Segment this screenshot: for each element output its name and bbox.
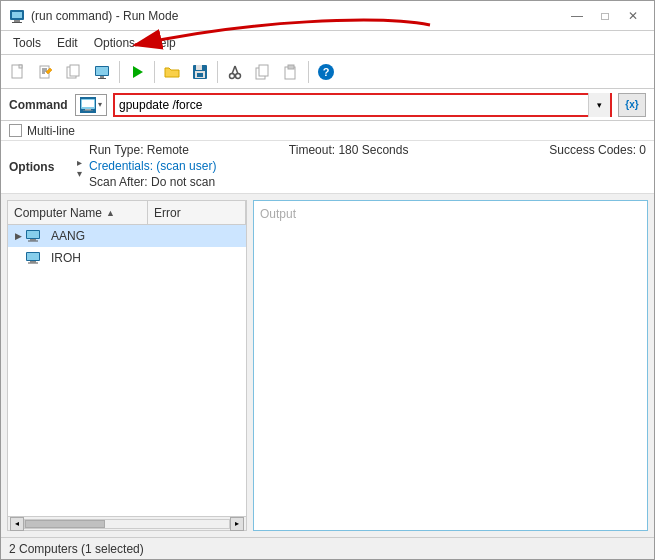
col-header-error[interactable]: Error <box>148 201 246 224</box>
svg-rect-1 <box>12 12 22 18</box>
command-func-button[interactable]: {x} <box>618 93 646 117</box>
run-button[interactable] <box>124 59 150 85</box>
main-window: (run command) - Run Mode — □ ✕ Tools Edi… <box>0 0 655 560</box>
multiline-label: Multi-line <box>27 124 75 138</box>
monitor-button[interactable] <box>89 59 115 85</box>
scroll-left-button[interactable]: ◂ <box>10 517 24 531</box>
close-button[interactable]: ✕ <box>620 6 646 26</box>
toolbar-sep-3 <box>217 61 218 83</box>
monitor-small-icon <box>81 99 95 111</box>
save-button[interactable] <box>187 59 213 85</box>
command-input-wrapper: ▾ <box>113 93 612 117</box>
minimize-button[interactable]: — <box>564 6 590 26</box>
title-bar: (run command) - Run Mode — □ ✕ <box>1 1 654 31</box>
svg-rect-27 <box>259 65 268 76</box>
command-bar: Command ▾ ▾ {x} <box>1 89 654 121</box>
command-type-icon <box>80 97 96 113</box>
cut-icon <box>227 64 243 80</box>
computer-svg-iroh <box>26 252 40 264</box>
svg-rect-39 <box>28 241 38 242</box>
computer-icon-aang <box>26 230 40 242</box>
svg-rect-14 <box>96 67 108 75</box>
edit-icon <box>38 64 54 80</box>
list-item[interactable]: ▶ AANG <box>8 225 246 247</box>
copy-icon <box>255 64 271 80</box>
paste-button[interactable] <box>278 59 304 85</box>
svg-rect-43 <box>28 263 38 264</box>
status-bar: 2 Computers (1 selected) <box>1 537 654 559</box>
command-type-arrow: ▾ <box>98 100 102 109</box>
command-history-button[interactable]: ▾ <box>588 93 610 117</box>
svg-rect-34 <box>85 109 91 111</box>
menu-bar: Tools Edit Options Help <box>1 31 654 55</box>
computer-icon-iroh <box>26 252 40 264</box>
menu-options[interactable]: Options <box>86 31 143 54</box>
row-expand-icon-iroh <box>10 250 26 266</box>
menu-tools[interactable]: Tools <box>5 31 49 54</box>
copy-button[interactable] <box>250 59 276 85</box>
sort-arrow-computer: ▲ <box>106 208 115 218</box>
status-text: 2 Computers (1 selected) <box>9 542 144 556</box>
command-type-button[interactable]: ▾ <box>75 94 107 116</box>
list-header: Computer Name ▲ Error <box>8 201 246 225</box>
clone-icon <box>66 64 82 80</box>
svg-rect-19 <box>196 65 202 70</box>
svg-rect-2 <box>14 20 20 22</box>
menu-edit[interactable]: Edit <box>49 31 86 54</box>
multiline-checkbox[interactable] <box>9 124 22 137</box>
svg-rect-35 <box>83 110 93 111</box>
options-collapse-arrow[interactable]: ▾ <box>77 168 82 179</box>
options-section: Options ▸ ▾ Run Type: Remote Timeout: 18… <box>1 141 654 194</box>
help-button[interactable]: ? <box>313 59 339 85</box>
toolbar-sep-2 <box>154 61 155 83</box>
list-item[interactable]: IROH <box>8 247 246 269</box>
new-icon <box>10 64 26 80</box>
svg-rect-29 <box>288 65 294 69</box>
svg-text:?: ? <box>323 66 330 78</box>
row-expand-icon: ▶ <box>10 228 26 244</box>
svg-point-22 <box>230 73 235 78</box>
toolbar-sep-1 <box>119 61 120 83</box>
title-controls: — □ ✕ <box>564 6 646 26</box>
command-label: Command <box>9 98 69 112</box>
run-icon <box>129 64 145 80</box>
scroll-right-button[interactable]: ▸ <box>230 517 244 531</box>
cut-button[interactable] <box>222 59 248 85</box>
output-placeholder: Output <box>260 207 296 221</box>
edit-button[interactable] <box>33 59 59 85</box>
svg-rect-12 <box>70 65 79 76</box>
clone-button[interactable] <box>61 59 87 85</box>
command-input[interactable] <box>115 95 588 115</box>
func-label: {x} <box>625 99 638 110</box>
col-header-computer[interactable]: Computer Name ▲ <box>8 201 148 224</box>
options-expand-arrow[interactable]: ▸ <box>77 157 82 168</box>
menu-help[interactable]: Help <box>143 31 184 54</box>
svg-rect-33 <box>82 100 94 107</box>
credentials-label: Credentials: (scan user) <box>89 159 216 173</box>
scrollbar-thumb[interactable] <box>25 520 105 528</box>
multiline-row: Multi-line <box>1 121 654 141</box>
maximize-button[interactable]: □ <box>592 6 618 26</box>
svg-rect-16 <box>98 78 106 79</box>
scrollbar-track[interactable] <box>24 519 230 529</box>
svg-rect-38 <box>30 239 36 241</box>
computer-list-pane: Computer Name ▲ Error ▶ <box>7 200 247 531</box>
svg-rect-21 <box>197 73 203 77</box>
title-bar-left: (run command) - Run Mode <box>9 8 178 24</box>
computer-name-iroh: IROH <box>47 251 146 265</box>
svg-rect-42 <box>30 261 36 263</box>
new-button[interactable] <box>5 59 31 85</box>
svg-rect-41 <box>27 253 39 260</box>
svg-rect-3 <box>12 22 22 23</box>
svg-point-23 <box>236 73 241 78</box>
success-codes-label: Success Codes: 0 <box>549 143 646 157</box>
open-button[interactable] <box>159 59 185 85</box>
toolbar: ? <box>1 55 654 89</box>
timeout-label: Timeout: 180 Seconds <box>289 143 409 157</box>
options-expand-col: ▸ ▾ <box>69 154 89 179</box>
computer-name-aang: AANG <box>47 229 146 243</box>
app-icon <box>9 8 25 24</box>
scan-after-label: Scan After: Do not scan <box>89 175 215 189</box>
svg-rect-37 <box>27 231 39 238</box>
horizontal-scrollbar: ◂ ▸ <box>8 516 246 530</box>
